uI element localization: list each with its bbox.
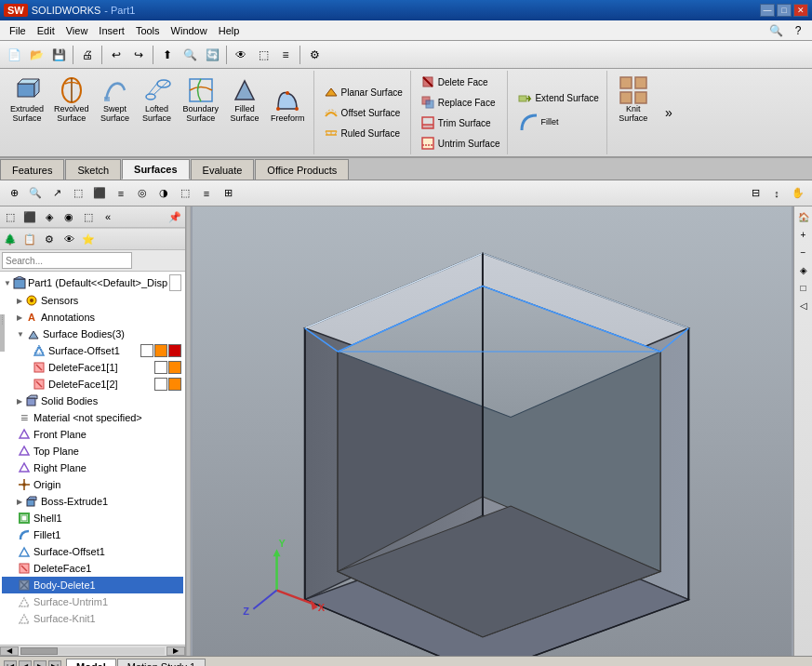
lp-pin-btn[interactable]: 📌: [166, 207, 184, 226]
tab-sketch[interactable]: Sketch: [65, 159, 121, 180]
light-btn[interactable]: ≡: [196, 183, 217, 204]
menu-edit[interactable]: Edit: [32, 23, 60, 38]
view-right-btn[interactable]: ◁: [795, 297, 812, 313]
lp-select-btn[interactable]: ◈: [40, 207, 59, 226]
display-btn[interactable]: ⬚: [253, 45, 273, 65]
viewport-3d[interactable]: Y X Z: [191, 206, 793, 656]
knit-surface-btn[interactable]: KnitSurface: [613, 73, 654, 127]
tree-boss-extrude1[interactable]: ▶ Boss-Extrude1: [2, 493, 183, 510]
print-btn[interactable]: 🖨: [77, 45, 98, 65]
tree-origin[interactable]: Origin: [2, 476, 183, 493]
menu-help[interactable]: Help: [213, 23, 246, 38]
tree-fillet1[interactable]: Fillet1: [2, 526, 183, 543]
tree-surface-offset1-2[interactable]: Surface-Offset1: [2, 543, 183, 560]
nav-next-btn[interactable]: ▶: [33, 660, 47, 667]
swept-surface-btn[interactable]: SweptSurface: [95, 73, 136, 127]
untrim-surface-btn[interactable]: Untrim Surface: [417, 134, 504, 153]
view-home-btn[interactable]: 🏠: [795, 208, 812, 225]
fillet-btn[interactable]: Fillet: [513, 109, 563, 137]
appearance-btn[interactable]: ◎: [132, 183, 153, 204]
save-btn[interactable]: 💾: [48, 45, 69, 65]
zoom-fit-btn[interactable]: ⊕: [4, 183, 24, 204]
undo-btn[interactable]: ↩: [106, 45, 126, 65]
menu-file[interactable]: File: [4, 23, 32, 38]
planar-surface-btn[interactable]: Planar Surface: [320, 83, 406, 101]
normal-to-btn[interactable]: ↕: [766, 183, 787, 204]
tree-solid-bodies[interactable]: ▶ Solid Bodies: [2, 393, 183, 409]
lp-prop-btn[interactable]: 📋: [20, 230, 39, 248]
window-controls[interactable]: — □ ✕: [760, 4, 808, 17]
view-mode-btn[interactable]: ⬚: [175, 183, 195, 204]
new-btn[interactable]: 📄: [4, 45, 24, 65]
minimize-button[interactable]: —: [760, 4, 775, 17]
nav-last-btn[interactable]: ▶|: [48, 660, 61, 667]
select-tool-btn[interactable]: ↗: [47, 183, 67, 204]
view-orient-btn[interactable]: ⬛: [89, 183, 110, 204]
menu-tools[interactable]: Tools: [130, 23, 166, 38]
tab-office-products[interactable]: Office Products: [255, 159, 349, 180]
tree-sensors[interactable]: ▶ Sensors: [2, 292, 183, 309]
tree-front-plane[interactable]: Front Plane: [2, 426, 183, 443]
select-btn[interactable]: ⬆: [157, 45, 178, 65]
search-input[interactable]: [2, 252, 132, 269]
bottom-tab-motion-study[interactable]: Motion Study 1: [117, 659, 206, 667]
display-style-btn[interactable]: ≡: [111, 183, 131, 204]
tree-surface-bodies[interactable]: ▼ Surface Bodies(3): [2, 326, 183, 342]
view-cube-btn[interactable]: ⬚: [68, 183, 88, 204]
extend-surface-btn[interactable]: Extend Surface: [513, 88, 602, 107]
lp-option2-btn[interactable]: ⬚: [79, 207, 98, 226]
scroll-left[interactable]: ◀: [0, 646, 19, 656]
lp-display-btn[interactable]: 👁: [60, 230, 78, 248]
view-options-btn[interactable]: ⊟: [745, 183, 765, 204]
ruled-surface-btn[interactable]: Ruled Surface: [320, 124, 404, 142]
tree-deleteface1-1[interactable]: DeleteFace1[1]: [2, 359, 183, 376]
view-3d-btn[interactable]: ◈: [795, 261, 812, 278]
help-btn[interactable]: ?: [788, 20, 808, 41]
splitter-handle[interactable]: ·····: [0, 314, 5, 352]
lp-config-btn[interactable]: ⚙: [40, 230, 59, 248]
view-zoom-out-btn[interactable]: −: [795, 244, 812, 260]
tree-deleteface1[interactable]: DeleteFace1: [2, 560, 183, 577]
tree-shell1[interactable]: Shell1: [2, 510, 183, 526]
boundary-surface-btn[interactable]: BoundarySurface: [179, 73, 224, 127]
nav-first-btn[interactable]: |◀: [4, 660, 17, 667]
trim-surface-btn[interactable]: Trim Surface: [417, 113, 495, 132]
lp-filter-btn[interactable]: ⬚: [1, 207, 20, 226]
camera-btn[interactable]: ⊞: [218, 183, 238, 204]
close-button[interactable]: ✕: [793, 4, 808, 17]
tree-deleteface1-2[interactable]: DeleteFace1[2]: [2, 376, 183, 393]
revolved-surface-btn[interactable]: RevolvedSurface: [49, 73, 94, 127]
menu-window[interactable]: Window: [166, 23, 213, 38]
nav-prev-btn[interactable]: ◀: [19, 660, 32, 667]
pan-btn[interactable]: ✋: [788, 183, 808, 204]
section-view-btn[interactable]: ◑: [153, 183, 174, 204]
filled-surface-btn[interactable]: FilledSurface: [224, 73, 265, 127]
lp-collapse-btn[interactable]: «: [99, 207, 117, 226]
tab-features[interactable]: Features: [0, 159, 64, 180]
tree-material[interactable]: ≡ Material <not specified>: [2, 409, 183, 426]
offset-surface-btn[interactable]: Offset Surface: [320, 103, 405, 122]
scroll-right[interactable]: ▶: [166, 646, 185, 656]
zoom-area-btn[interactable]: 🔍: [25, 183, 46, 204]
zoom-btn[interactable]: 🔍: [180, 45, 200, 65]
tree-right-plane[interactable]: Right Plane: [2, 460, 183, 476]
lofted-surface-btn[interactable]: LoftedSurface: [137, 73, 178, 127]
delete-face-btn[interactable]: Delete Face: [417, 73, 492, 91]
tree-annotations[interactable]: ▶ A Annotations: [2, 309, 183, 326]
extruded-surface-btn[interactable]: ExtrudedSurface: [6, 73, 48, 127]
view-zoom-in-btn[interactable]: +: [795, 226, 812, 243]
rotate-btn[interactable]: 🔄: [202, 45, 222, 65]
view-btn[interactable]: 👁: [231, 45, 251, 65]
tree-root[interactable]: ▼ Part1 (Default<<Default>_Disp: [2, 273, 183, 292]
lp-option1-btn[interactable]: ◉: [60, 207, 78, 226]
open-btn[interactable]: 📂: [26, 45, 47, 65]
tree-body-delete1[interactable]: Body-Delete1: [2, 577, 183, 593]
more-tools-btn[interactable]: »: [661, 102, 676, 123]
search-btn[interactable]: 🔍: [765, 20, 786, 41]
tree-surface-offset1[interactable]: Surface-Offset1: [2, 342, 183, 359]
replace-face-btn[interactable]: Replace Face: [417, 93, 499, 112]
freeform-btn[interactable]: Freeform: [266, 82, 310, 127]
redo-btn[interactable]: ↪: [128, 45, 149, 65]
menu-view[interactable]: View: [60, 23, 94, 38]
view-front-btn[interactable]: □: [795, 279, 812, 296]
